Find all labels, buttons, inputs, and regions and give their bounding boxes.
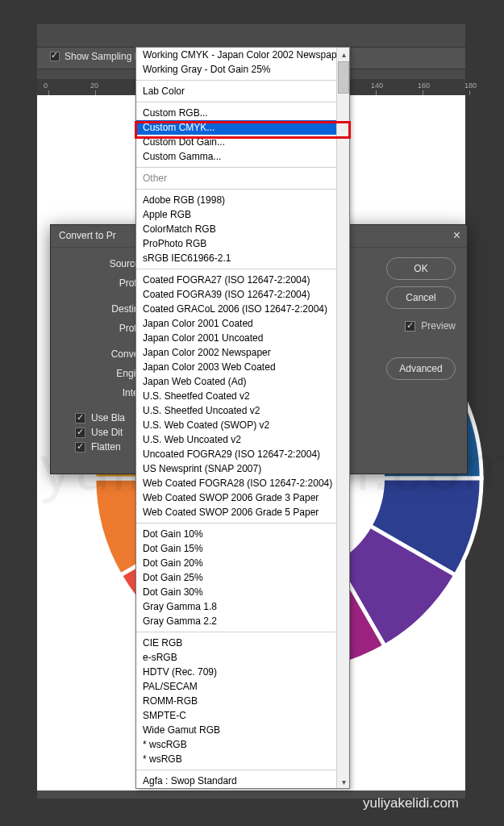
dropdown-item[interactable]: Gray Gamma 1.8 (136, 599, 336, 614)
scroll-down-icon[interactable]: ▾ (337, 775, 350, 788)
dropdown-item[interactable]: SMPTE-C (136, 708, 336, 723)
dropdown-item[interactable]: Apple RGB (136, 207, 336, 222)
close-icon[interactable]: × (453, 228, 460, 243)
dropdown-separator (136, 167, 336, 168)
dropdown-item[interactable]: ProPhoto RGB (136, 236, 336, 251)
dropdown-item[interactable]: Dot Gain 20% (136, 556, 336, 570)
dropdown-separator (136, 80, 336, 81)
ruler-number: 160 (418, 81, 430, 90)
dropdown-item[interactable]: Custom CMYK... (136, 120, 336, 135)
dropdown-item[interactable]: U.S. Sheetfed Uncoated v2 (136, 403, 336, 418)
dropdown-item[interactable]: Adobe RGB (1998) (136, 193, 336, 207)
dropdown-item[interactable]: Agfa : Swop Standard (136, 774, 336, 788)
dropdown-item[interactable]: Gray Gamma 2.2 (136, 614, 336, 628)
dropdown-item[interactable]: * wscRGB (136, 737, 336, 752)
dropdown-item[interactable]: ROMM-RGB (136, 694, 336, 708)
dropdown-item[interactable]: Japan Color 2003 Web Coated (136, 360, 336, 374)
dropdown-item[interactable]: U.S. Web Coated (SWOP) v2 (136, 418, 336, 432)
dropdown-item[interactable]: Japan Color 2001 Coated (136, 316, 336, 331)
dropdown-item[interactable]: Working Gray - Dot Gain 25% (136, 62, 336, 77)
dropdown-item: Other (136, 171, 336, 186)
dropdown-scrollbar[interactable]: ▴ ▾ (336, 48, 349, 788)
scroll-thumb[interactable] (338, 61, 349, 94)
dropdown-item[interactable]: Web Coated SWOP 2006 Grade 5 Paper (136, 505, 336, 519)
cancel-button[interactable]: Cancel (386, 286, 456, 309)
dropdown-item[interactable]: * wsRGB (136, 752, 336, 766)
scroll-up-icon[interactable]: ▴ (337, 48, 350, 60)
dropdown-separator (136, 523, 336, 524)
watermark-site: yuliyakelidi.com (363, 795, 459, 811)
ok-button[interactable]: OK (386, 257, 456, 280)
dropdown-item[interactable]: Web Coated SWOP 2006 Grade 3 Paper (136, 490, 336, 505)
dropdown-item[interactable]: Japan Color 2001 Uncoated (136, 331, 336, 345)
dropdown-item[interactable]: Japan Web Coated (Ad) (136, 374, 336, 389)
dropdown-item[interactable]: Custom Gamma... (136, 149, 336, 164)
dropdown-item[interactable]: Dot Gain 10% (136, 527, 336, 541)
dropdown-item[interactable]: Uncoated FOGRA29 (ISO 12647-2:2004) (136, 447, 336, 461)
dropdown-separator (136, 189, 336, 190)
profile-dropdown-list[interactable]: Working CMYK - Japan Color 2002 Newspape… (135, 47, 350, 789)
dropdown-item[interactable]: Dot Gain 25% (136, 570, 336, 585)
dropdown-item[interactable]: Wide Gamut RGB (136, 723, 336, 737)
preview-checkbox[interactable]: Preview (386, 320, 456, 332)
ruler-number: 0 (44, 81, 48, 90)
dropdown-item[interactable]: Dot Gain 15% (136, 541, 336, 556)
ruler-number: 20 (90, 81, 98, 90)
dropdown-separator (136, 770, 336, 770)
ruler-number: 140 (371, 81, 383, 90)
dropdown-item[interactable]: Coated GRACoL 2006 (ISO 12647-2:2004) (136, 302, 336, 316)
dropdown-item[interactable]: Coated FOGRA27 (ISO 12647-2:2004) (136, 273, 336, 287)
dropdown-item[interactable]: Custom RGB... (136, 106, 336, 120)
dropdown-item[interactable]: Working CMYK - Japan Color 2002 Newspape… (136, 48, 336, 62)
dropdown-item[interactable]: Web Coated FOGRA28 (ISO 12647-2:2004) (136, 476, 336, 490)
dropdown-separator (136, 269, 336, 269)
dropdown-item[interactable]: CIE RGB (136, 636, 336, 650)
dropdown-item[interactable]: Coated FOGRA39 (ISO 12647-2:2004) (136, 287, 336, 302)
dropdown-item[interactable]: U.S. Web Uncoated v2 (136, 432, 336, 447)
dropdown-item[interactable]: US Newsprint (SNAP 2007) (136, 461, 336, 476)
dropdown-separator (136, 632, 336, 632)
dropdown-item[interactable]: HDTV (Rec. 709) (136, 665, 336, 679)
dropdown-item[interactable]: PAL/SECAM (136, 679, 336, 694)
ruler-number: 180 (464, 81, 477, 90)
dropdown-item[interactable]: e-sRGB (136, 650, 336, 665)
dropdown-item[interactable]: ColorMatch RGB (136, 222, 336, 236)
dropdown-item[interactable]: Dot Gain 30% (136, 585, 336, 599)
advanced-button[interactable]: Advanced (386, 357, 456, 380)
dropdown-item[interactable]: Custom Dot Gain... (136, 135, 336, 149)
dropdown-item[interactable]: Japan Color 2002 Newspaper (136, 345, 336, 360)
checkbox-icon (50, 52, 60, 61)
dropdown-separator (136, 102, 336, 102)
dropdown-item[interactable]: sRGB IEC61966-2.1 (136, 251, 336, 265)
dropdown-item[interactable]: U.S. Sheetfed Coated v2 (136, 389, 336, 403)
dropdown-item[interactable]: Lab Color (136, 84, 336, 98)
